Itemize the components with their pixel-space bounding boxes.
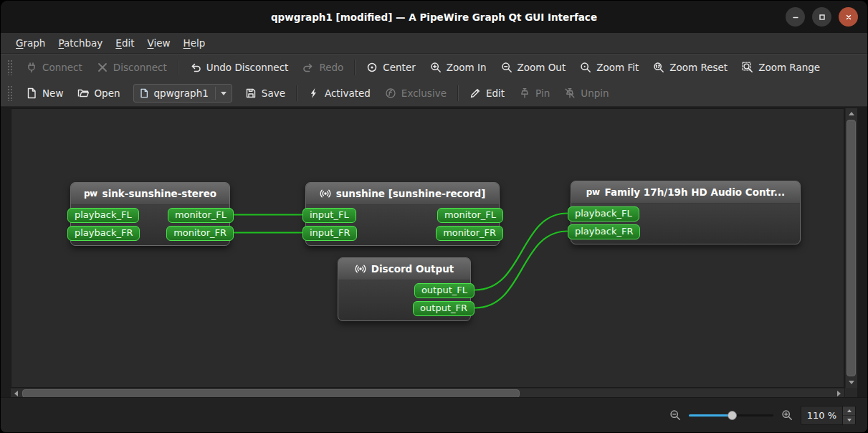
port-output[interactable]: output_FL xyxy=(414,283,474,298)
scroll-up-button[interactable] xyxy=(845,108,857,119)
patchbay-selector-value: qpwgraph1 xyxy=(154,87,209,99)
edit-pencil-icon xyxy=(469,87,481,99)
close-button[interactable] xyxy=(839,7,858,27)
zoom-reset-icon xyxy=(653,62,664,73)
zoom-spin-down-button[interactable] xyxy=(843,416,855,424)
redo-icon xyxy=(302,62,314,73)
minimize-button[interactable] xyxy=(786,7,805,27)
zoom-reset-button[interactable]: Zoom Reset xyxy=(646,58,735,77)
toolbar-drag-handle[interactable] xyxy=(7,85,13,101)
stream-record-icon xyxy=(320,188,331,199)
zoom-spin-up-button[interactable] xyxy=(843,406,855,416)
disconnect-label: Disconnect xyxy=(113,62,167,73)
save-label: Save xyxy=(262,87,285,99)
port-output[interactable]: monitor_FL xyxy=(168,208,234,223)
zoom-slider-handle[interactable] xyxy=(728,411,737,420)
center-button[interactable]: Center xyxy=(359,58,422,77)
connect-label: Connect xyxy=(42,62,82,73)
unpin-icon xyxy=(564,87,576,99)
node-title: Family 17h/19h HD Audio Contr... xyxy=(605,186,786,198)
menu-graph[interactable]: Graph xyxy=(9,33,52,53)
menu-patchbay[interactable]: Patchbay xyxy=(52,33,109,53)
toolbar-drag-handle[interactable] xyxy=(7,60,13,75)
node-sunshine-record[interactable]: sunshine [sunshine-record] input_FL inpu… xyxy=(305,182,500,246)
toolbar-separator xyxy=(354,60,356,75)
port-input[interactable]: playback_FR xyxy=(568,224,640,239)
center-icon xyxy=(366,62,378,73)
toolbar-separator xyxy=(296,85,297,101)
zoom-slider[interactable] xyxy=(689,409,773,421)
zoom-slider-fill xyxy=(689,414,732,417)
zoom-spin-buttons xyxy=(842,406,855,424)
window-controls xyxy=(786,7,858,27)
save-icon xyxy=(245,87,257,99)
zoom-range-icon xyxy=(742,62,753,73)
central-widget: pw sink-sunshine-stereo playback_FL play… xyxy=(1,107,867,398)
zoom-out-button[interactable]: Zoom Out xyxy=(494,58,573,77)
port-output[interactable]: monitor_FR xyxy=(436,226,503,241)
port-input[interactable]: input_FR xyxy=(302,226,357,241)
new-button[interactable]: New xyxy=(19,84,70,103)
pipewire-icon: pw xyxy=(84,189,97,198)
toolbar-graph: Connect Disconnect Undo Disconnect Redo xyxy=(1,54,867,81)
menu-view[interactable]: View xyxy=(141,33,177,53)
undo-icon xyxy=(190,62,201,73)
unpin-label: Unpin xyxy=(581,87,609,99)
arrow-down-icon xyxy=(849,381,854,384)
redo-button: Redo xyxy=(295,58,350,77)
menu-edit[interactable]: Edit xyxy=(109,33,140,53)
graph-canvas[interactable]: pw sink-sunshine-stereo playback_FL play… xyxy=(11,108,844,388)
vertical-scrollbar-thumb[interactable] xyxy=(846,120,856,376)
node-header: pw sink-sunshine-stereo xyxy=(71,183,229,205)
port-input[interactable]: input_FL xyxy=(302,208,356,223)
titlebar[interactable]: qpwgraph1 [modified] — A PipeWire Graph … xyxy=(1,1,867,33)
zoom-spinbox[interactable]: 110 % xyxy=(801,406,856,425)
zoom-value[interactable]: 110 % xyxy=(801,406,842,424)
zoom-in-small-button[interactable] xyxy=(781,409,793,421)
zoom-fit-button[interactable]: Zoom Fit xyxy=(573,58,646,77)
patchbay-selector[interactable]: qpwgraph1 xyxy=(133,84,232,103)
edit-button[interactable]: Edit xyxy=(462,84,512,103)
save-button[interactable]: Save xyxy=(238,84,292,103)
scroll-down-button[interactable] xyxy=(845,377,857,388)
zoom-out-small-button[interactable] xyxy=(669,409,681,421)
connect-button: Connect xyxy=(19,58,90,77)
disconnect-button: Disconnect xyxy=(90,58,174,77)
port-input[interactable]: playback_FL xyxy=(67,208,139,223)
vertical-scrollbar[interactable] xyxy=(845,108,857,388)
activated-button[interactable]: Activated xyxy=(301,84,378,103)
edit-label: Edit xyxy=(486,87,505,99)
port-input[interactable]: playback_FL xyxy=(568,206,639,222)
open-button[interactable]: Open xyxy=(70,84,127,103)
zoom-in-button[interactable]: Zoom In xyxy=(423,58,494,77)
exclusive-label: Exclusive xyxy=(401,87,447,99)
open-folder-icon xyxy=(77,87,89,99)
zoom-range-button[interactable]: Zoom Range xyxy=(735,58,827,77)
arrow-down-icon xyxy=(847,419,852,422)
pin-icon xyxy=(519,87,530,99)
zoom-fit-icon xyxy=(580,62,591,73)
node-title: sink-sunshine-stereo xyxy=(102,188,217,199)
zoom-out-label: Zoom Out xyxy=(518,62,566,73)
node-family-hd-audio[interactable]: pw Family 17h/19h HD Audio Contr... play… xyxy=(571,181,801,244)
node-discord-output[interactable]: Discord Output output_FL output_FR xyxy=(338,257,471,321)
maximize-button[interactable] xyxy=(812,7,831,27)
toolbar-patchbay: New Open qpwgraph1 Save Act xyxy=(1,80,867,107)
minimize-icon xyxy=(792,14,799,21)
port-output[interactable]: monitor_FR xyxy=(166,226,234,241)
menubar: Graph Patchbay Edit View Help xyxy=(1,33,867,54)
toolbar-separator xyxy=(457,85,459,101)
zoom-out-icon xyxy=(501,62,512,73)
connect-icon xyxy=(26,62,37,73)
port-input[interactable]: playback_FR xyxy=(67,226,140,241)
node-sink-sunshine-stereo[interactable]: pw sink-sunshine-stereo playback_FL play… xyxy=(70,182,230,246)
disconnect-icon xyxy=(97,62,108,73)
node-header: Discord Output xyxy=(338,258,470,280)
port-output[interactable]: output_FR xyxy=(413,301,474,316)
zoom-reset-label: Zoom Reset xyxy=(669,62,728,73)
undo-disconnect-button[interactable]: Undo Disconnect xyxy=(183,58,296,77)
menu-help[interactable]: Help xyxy=(177,33,212,53)
port-output[interactable]: monitor_FL xyxy=(437,208,503,223)
unpin-button: Unpin xyxy=(557,84,616,103)
center-label: Center xyxy=(383,62,415,73)
